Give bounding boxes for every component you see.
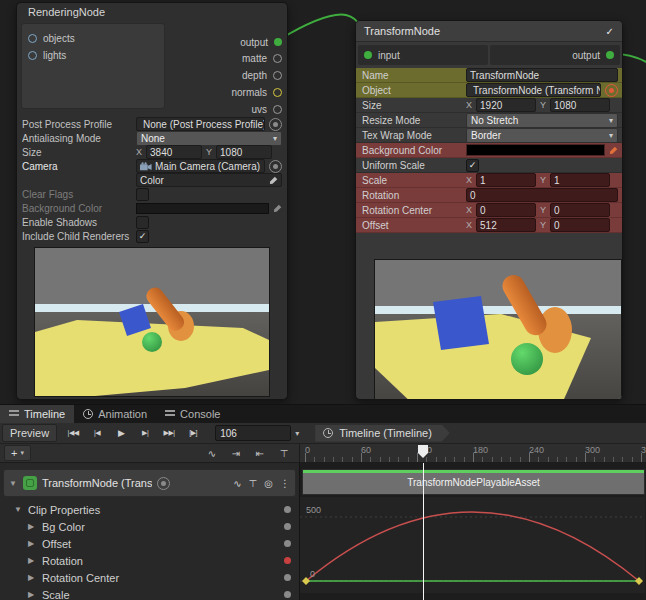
frame-options-dropdown[interactable]: ▾ xyxy=(295,429,299,438)
tab-timeline[interactable]: Timeline xyxy=(0,405,74,423)
track-curves-button[interactable]: ∿ xyxy=(233,478,241,489)
eyedropper-icon[interactable] xyxy=(273,204,282,213)
replace-edit-button[interactable]: ⇤ xyxy=(249,446,271,461)
enable-shadows-label: Enable Shadows xyxy=(22,217,132,228)
rotation-record-dot[interactable] xyxy=(284,557,291,564)
port-output[interactable]: output xyxy=(490,45,620,65)
goto-end-button[interactable]: ▶▶| xyxy=(157,425,181,441)
post-process-field[interactable]: None (Post Process Profile) xyxy=(136,117,265,131)
foldout-open-icon[interactable]: ▼ xyxy=(14,505,23,514)
eyedropper-icon[interactable] xyxy=(609,146,618,155)
port-input[interactable]: input xyxy=(358,45,488,65)
y-axis-label: Y xyxy=(540,100,546,110)
tab-console[interactable]: Console xyxy=(156,405,229,423)
track-menu-button[interactable]: ⋮ xyxy=(280,478,290,489)
size-y-field[interactable]: 1080 xyxy=(550,98,610,112)
size-x-field[interactable]: 3840 xyxy=(146,145,202,159)
offset-y-field[interactable]: 0 xyxy=(550,218,610,232)
node-graph-canvas[interactable]: RenderingNode objects lights output matt… xyxy=(0,0,646,404)
property-rotation[interactable]: ▶ Rotation xyxy=(0,552,299,569)
port-output[interactable]: output xyxy=(17,35,287,49)
object-field[interactable]: TransformNode (Transform Nod xyxy=(466,83,601,97)
node-enabled-checkbox[interactable]: ✓ xyxy=(606,26,614,37)
tab-animation[interactable]: Animation xyxy=(74,405,156,423)
port-normals[interactable]: normals xyxy=(17,85,287,99)
offset-x-field[interactable]: 512 xyxy=(476,218,536,232)
clear-flags-checkbox[interactable] xyxy=(136,188,149,201)
resize-mode-dropdown[interactable]: No Stretch ▾ xyxy=(466,113,618,128)
property-indicator-dot[interactable] xyxy=(284,540,291,547)
foldout-closed-icon[interactable]: ▶ xyxy=(28,539,37,548)
rotation-field[interactable]: 0 xyxy=(466,188,618,202)
playhead-line[interactable] xyxy=(423,463,424,600)
track-object-picker-icon[interactable] xyxy=(157,477,170,490)
timeline-ruler[interactable]: 0 60 120 180 240 300 360 xyxy=(300,444,646,462)
curves-view[interactable]: 500 0 xyxy=(300,497,646,600)
marker-track-button[interactable]: ⊤ xyxy=(273,446,295,461)
next-frame-button[interactable]: ▶| xyxy=(133,425,157,441)
scale-y-field[interactable]: 1 xyxy=(550,173,610,187)
uniform-scale-checkbox[interactable]: ✓ xyxy=(466,159,479,172)
foldout-closed-icon[interactable]: ▶ xyxy=(28,556,37,565)
timeline-breadcrumb[interactable]: Timeline (Timeline) xyxy=(315,425,450,442)
ripple-edit-button[interactable]: ⇥ xyxy=(225,446,247,461)
object-picker-icon[interactable] xyxy=(269,118,282,131)
rotation-center-y-field[interactable]: 0 xyxy=(550,203,610,217)
play-range-button[interactable]: [▶] xyxy=(181,425,205,441)
property-indicator-dot[interactable] xyxy=(284,591,291,598)
include-child-checkbox[interactable]: ✓ xyxy=(136,230,149,243)
scale-x-field[interactable]: 1 xyxy=(476,173,536,187)
antialiasing-dropdown[interactable]: None ▾ xyxy=(136,131,282,146)
port-matte[interactable]: matte xyxy=(17,51,287,65)
wire-output-to-input[interactable] xyxy=(277,15,367,50)
transform-node[interactable]: TransformNode ✓ input output Name Transf… xyxy=(355,20,623,400)
track-pin-button[interactable]: ⊤ xyxy=(249,478,258,489)
clear-color-field[interactable]: Color xyxy=(136,173,282,187)
play-button[interactable]: ▶ xyxy=(109,425,133,441)
timeline-content[interactable]: TransformNodePlayableAsset 500 0 xyxy=(300,463,646,600)
object-picker-icon[interactable] xyxy=(605,84,618,97)
size-x-field[interactable]: 1920 xyxy=(476,98,536,112)
property-offset[interactable]: ▶ Offset xyxy=(0,535,299,552)
name-field[interactable]: TransformNode xyxy=(466,68,618,82)
goto-start-button[interactable]: |◀◀ xyxy=(61,425,85,441)
foldout-closed-icon[interactable]: ▶ xyxy=(28,590,37,599)
property-scale[interactable]: ▶ Scale xyxy=(0,586,299,600)
frame-number-field[interactable]: 106 xyxy=(215,425,291,441)
add-track-button[interactable]: + ▾ xyxy=(4,445,31,461)
tex-wrap-dropdown[interactable]: Border ▾ xyxy=(466,128,618,143)
property-indicator-dot[interactable] xyxy=(284,523,291,530)
timeline-clip[interactable]: TransformNodePlayableAsset xyxy=(302,469,645,495)
prev-frame-button[interactable]: |◀ xyxy=(85,425,109,441)
track-foldout[interactable]: ▼ xyxy=(9,479,18,488)
preview-toggle-button[interactable]: Preview xyxy=(2,424,57,442)
track-eye-button[interactable]: ◎ xyxy=(264,478,273,489)
port-depth[interactable]: depth xyxy=(17,68,287,82)
clock-icon xyxy=(323,428,333,438)
background-color-swatch[interactable] xyxy=(466,144,605,156)
track-transformnode[interactable]: ▼ TransformNode (Trans ∿ ⊤ ◎ ⋮ xyxy=(3,469,296,497)
track-toolbar: + ▾ ∿ ⇥ ⇤ ⊤ xyxy=(0,444,300,462)
rendering-node[interactable]: RenderingNode objects lights output matt… xyxy=(16,2,288,400)
object-picker-icon[interactable] xyxy=(269,160,282,173)
rotation-center-x-field[interactable]: 0 xyxy=(476,203,536,217)
foldout-closed-icon[interactable]: ▶ xyxy=(28,522,37,531)
property-rotation-center[interactable]: ▶ Rotation Center xyxy=(0,569,299,586)
eyedropper-icon[interactable] xyxy=(269,176,278,185)
property-clip-properties[interactable]: ▼ Clip Properties xyxy=(0,501,299,518)
property-bg-color[interactable]: ▶ Bg Color xyxy=(0,518,299,535)
curves-toggle-button[interactable]: ∿ xyxy=(201,446,223,461)
port-uvs[interactable]: uvs xyxy=(17,102,287,116)
foldout-closed-icon[interactable]: ▶ xyxy=(28,573,37,582)
x-axis-label: X xyxy=(466,205,472,215)
y-axis-label: Y xyxy=(540,205,546,215)
enable-shadows-checkbox[interactable] xyxy=(136,216,149,229)
background-color-swatch[interactable] xyxy=(136,203,269,214)
include-child-label: Include Child Renderers xyxy=(22,231,132,242)
property-indicator-dot[interactable] xyxy=(284,574,291,581)
port-dot-icon xyxy=(273,71,282,80)
node-header[interactable]: TransformNode ✓ xyxy=(356,21,622,42)
camera-object-field[interactable]: Main Camera (Camera) xyxy=(136,159,265,173)
size-y-field[interactable]: 1080 xyxy=(216,145,272,159)
curve-max-label: 500 xyxy=(306,505,321,515)
